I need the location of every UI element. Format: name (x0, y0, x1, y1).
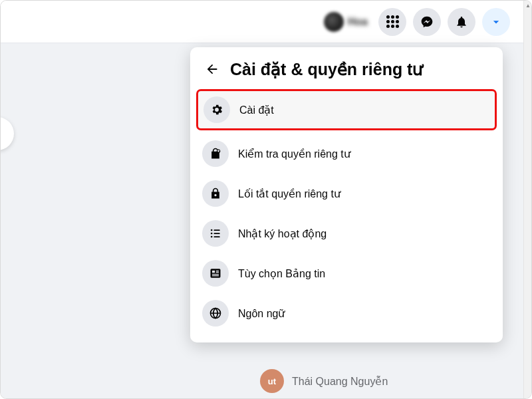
svg-rect-10 (216, 272, 219, 273)
scroll-up-arrow[interactable]: ▲ (524, 1, 532, 10)
notifications-button[interactable] (448, 8, 475, 36)
profile-avatar (324, 12, 344, 32)
svg-rect-5 (214, 233, 220, 234)
newsfeed-icon (202, 260, 229, 287)
caret-down-icon (489, 15, 503, 29)
arrow-left-icon (205, 62, 219, 76)
svg-rect-9 (216, 271, 219, 271)
contact-avatar: ut (260, 369, 284, 393)
menu-button[interactable] (378, 8, 406, 36)
menu-item-newsfeed-prefs[interactable]: Tùy chọn Bảng tin (196, 253, 497, 293)
bell-icon (455, 15, 468, 29)
back-button[interactable] (201, 58, 223, 80)
settings-privacy-menu: Cài đặt & quyền riêng tư Cài đặt Kiểm tr… (190, 47, 503, 342)
vertical-scrollbar[interactable]: ▲ (523, 1, 531, 398)
list-icon (202, 220, 229, 247)
svg-rect-7 (211, 269, 221, 277)
menu-item-label: Lối tắt quyền riêng tư (238, 188, 340, 200)
top-nav: Hoa (1, 1, 523, 43)
svg-rect-4 (214, 229, 220, 231)
messenger-icon (420, 15, 434, 29)
svg-rect-6 (214, 236, 220, 237)
svg-point-2 (211, 233, 213, 235)
contact-name: Thái Quang Nguyễn (292, 375, 388, 388)
menu-item-label: Nhật ký hoạt động (238, 227, 327, 240)
menu-item-privacy-shortcuts[interactable]: Lối tắt quyền riêng tư (196, 174, 497, 213)
svg-point-1 (211, 229, 213, 231)
menu-item-activity-log[interactable]: Nhật ký hoạt động (196, 213, 497, 253)
lock-heart-icon (202, 140, 229, 167)
svg-rect-11 (212, 274, 219, 275)
menu-item-privacy-checkup[interactable]: Kiểm tra quyền riêng tư (196, 134, 497, 174)
menu-item-settings[interactable]: Cài đặt (197, 90, 496, 130)
menu-item-language[interactable]: Ngôn ngữ (196, 293, 497, 333)
messenger-button[interactable] (413, 8, 441, 36)
menu-grid-icon (386, 15, 399, 28)
menu-item-label: Cài đặt (239, 104, 274, 116)
gear-icon (203, 96, 230, 123)
profile-name-label: Hoa (348, 16, 368, 28)
account-button[interactable] (482, 8, 510, 36)
menu-item-label: Tùy chọn Bảng tin (238, 267, 325, 280)
contact-row[interactable]: ut Thái Quang Nguyễn (260, 369, 388, 393)
menu-title: Cài đặt & quyền riêng tư (230, 60, 423, 79)
svg-rect-12 (212, 275, 219, 276)
menu-item-label: Ngôn ngữ (238, 307, 285, 320)
lock-icon (202, 180, 229, 207)
profile-chip[interactable]: Hoa (320, 9, 372, 35)
globe-icon (202, 300, 229, 327)
menu-item-label: Kiểm tra quyền riêng tư (238, 148, 350, 160)
svg-rect-8 (212, 271, 215, 273)
menu-header: Cài đặt & quyền riêng tư (196, 54, 497, 88)
svg-point-3 (211, 236, 213, 238)
